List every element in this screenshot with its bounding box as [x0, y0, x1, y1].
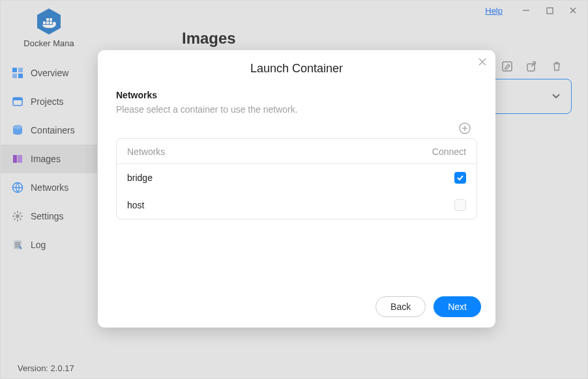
- connect-checkbox-bridge[interactable]: [454, 172, 466, 184]
- add-network-button[interactable]: [459, 122, 472, 135]
- close-icon: [478, 58, 486, 66]
- networks-table: Networks Connect bridge host: [116, 138, 477, 219]
- back-button[interactable]: Back: [375, 296, 426, 317]
- check-icon: [456, 174, 464, 182]
- modal-title: Launch Container: [98, 62, 495, 76]
- table-row: host: [117, 191, 477, 219]
- table-row: bridge: [117, 164, 477, 191]
- network-name: bridge: [127, 173, 153, 183]
- network-name: host: [127, 200, 144, 210]
- section-title: Networks: [116, 90, 477, 100]
- column-connect: Connect: [432, 147, 466, 157]
- section-description: Please select a container to use the net…: [116, 104, 477, 115]
- launch-container-modal: Launch Container Networks Please select …: [98, 50, 495, 328]
- next-button[interactable]: Next: [434, 296, 481, 317]
- column-networks: Networks: [127, 147, 165, 157]
- plus-circle-icon: [459, 122, 471, 134]
- connect-checkbox-host[interactable]: [454, 199, 466, 211]
- table-header: Networks Connect: [117, 139, 477, 164]
- modal-close-button[interactable]: [478, 58, 486, 66]
- modal-footer: Back Next: [98, 296, 495, 317]
